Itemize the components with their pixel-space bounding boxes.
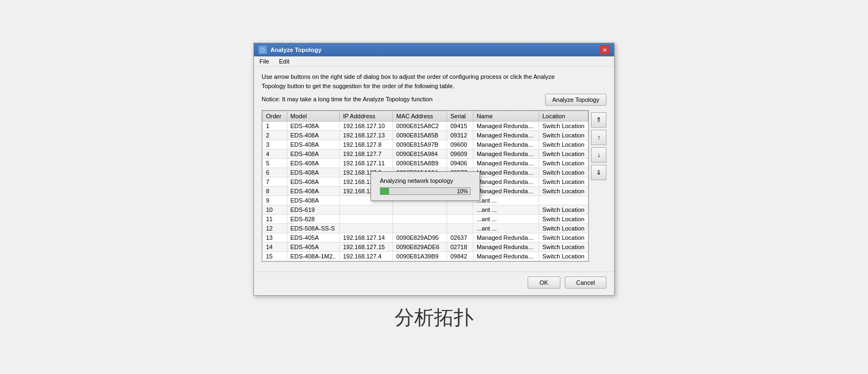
cell-serial: 02718 — [447, 243, 473, 252]
table-row[interactable]: 5EDS-408A192.168.127.110090E815A8B909406… — [263, 159, 588, 168]
cell-order: 8 — [263, 187, 287, 196]
cell-order: 2 — [263, 131, 287, 140]
cell-order: 3 — [263, 140, 287, 149]
cell-name: Managed Redundant ... — [473, 149, 539, 159]
cell-serial — [447, 215, 473, 224]
cell-mac — [393, 215, 447, 224]
cell-order: 13 — [263, 233, 287, 243]
notice-row: Notice: It may take a long time for the … — [262, 94, 606, 106]
cell-model: EDS-508A-SS-S — [287, 224, 339, 233]
cell-name: ...ant ... — [473, 205, 539, 215]
arrow-buttons: ⇑ ↑ ↓ ⇓ — [591, 110, 606, 262]
cell-ip: 192.168.127.8 — [339, 140, 392, 149]
table-row[interactable]: 13EDS-405A192.168.127.140090E829AD950263… — [263, 233, 588, 243]
table-container: Order Model IP Adddress MAC Address Seri… — [262, 110, 589, 262]
cell-model: EDS-408A — [287, 187, 339, 196]
col-header-mac: MAC Address — [393, 111, 447, 122]
col-header-ip: IP Adddress — [339, 111, 392, 122]
cell-name: Managed Redundant ... — [473, 140, 539, 149]
close-button[interactable]: ✕ — [600, 45, 610, 54]
cell-model: EDS-408A-1M2.. — [287, 252, 339, 261]
col-header-location: Location — [539, 111, 588, 122]
table-row[interactable]: 14EDS-405A192.168.127.150090E829ADE60271… — [263, 243, 588, 252]
cell-mac: 0090E829AD95 — [393, 233, 447, 243]
cell-name: Managed Redundant ... — [473, 168, 539, 177]
table-row[interactable]: 3EDS-408A192.168.127.80090E815A97B09600M… — [263, 140, 588, 149]
cell-mac: 0090E815A984 — [393, 149, 447, 159]
cell-order: 4 — [263, 149, 287, 159]
progress-label: Analyzing network topology — [380, 177, 471, 184]
cell-name: Managed Redundant ... — [473, 243, 539, 252]
cell-serial: 09406 — [447, 159, 473, 168]
table-row[interactable]: 1EDS-408A192.168.127.100090E815A8C209415… — [263, 122, 588, 131]
cell-model: EDS-828 — [287, 215, 339, 224]
col-header-name: Name — [473, 111, 539, 122]
cell-serial: 09312 — [447, 131, 473, 140]
cell-serial: 09600 — [447, 140, 473, 149]
menu-file[interactable]: File — [257, 57, 271, 65]
description-line1: Use arrow buttons on the right side of d… — [262, 73, 555, 80]
cell-model: EDS-408A — [287, 122, 339, 131]
cell-mac: 0090E815A8C2 — [393, 122, 447, 131]
cell-ip — [339, 215, 392, 224]
cell-location: Switch Location — [539, 187, 588, 196]
cell-ip — [339, 224, 392, 233]
ok-button[interactable]: OK — [528, 277, 560, 289]
cell-serial — [447, 224, 473, 233]
dialog-icon: ⬡ — [258, 45, 267, 54]
table-header-row: Order Model IP Adddress MAC Address Seri… — [263, 111, 588, 122]
menu-bar: File Edit — [254, 56, 614, 67]
cell-name: ...ant ... — [473, 196, 539, 205]
cancel-button[interactable]: Cancel — [565, 277, 606, 289]
cell-serial — [447, 205, 473, 215]
cell-location: Switch Location — [539, 224, 588, 233]
cell-location: Switch Location — [539, 131, 588, 140]
cell-name: Managed Redundant ... — [473, 252, 539, 261]
move-to-bottom-button[interactable]: ⇓ — [591, 165, 606, 180]
cell-location: Switch Location — [539, 205, 588, 215]
cell-serial: 09415 — [447, 122, 473, 131]
cell-mac: 0090E815A8B9 — [393, 159, 447, 168]
cell-location: Switch Location — [539, 149, 588, 159]
menu-edit[interactable]: Edit — [277, 57, 292, 65]
cell-model: EDS-405A — [287, 243, 339, 252]
analyze-topology-button[interactable]: Analyze Topology — [545, 94, 606, 106]
dialog-title: Analyze Topology — [270, 47, 321, 53]
cell-name: Managed Redundant ... — [473, 159, 539, 168]
table-row[interactable]: 4EDS-408A192.168.127.70090E815A98409609M… — [263, 149, 588, 159]
table-row[interactable]: 10EDS-619...ant ...Switch Location — [263, 205, 588, 215]
cell-serial: 02637 — [447, 233, 473, 243]
cell-name: Managed Redundant ... — [473, 177, 539, 187]
table-row[interactable]: 11EDS-828...ant ...Switch Location — [263, 215, 588, 224]
move-to-top-button[interactable]: ⇑ — [591, 112, 606, 128]
cell-serial: 09609 — [447, 149, 473, 159]
cell-location: Switch Location — [539, 252, 588, 261]
cell-order: 9 — [263, 196, 287, 205]
cell-ip: 192.168.127.15 — [339, 243, 392, 252]
cell-order: 15 — [263, 252, 287, 261]
cell-name: Managed Redundant ... — [473, 122, 539, 131]
cell-name: ...ant ... — [473, 215, 539, 224]
move-up-button[interactable]: ↑ — [591, 130, 606, 145]
cell-model: EDS-408A — [287, 149, 339, 159]
cell-name: Managed Redundant ... — [473, 131, 539, 140]
cell-model: EDS-408A — [287, 159, 339, 168]
cell-order: 5 — [263, 159, 287, 168]
progress-bar: 10% — [380, 187, 471, 195]
progress-overlay: Analyzing network topology 10% — [371, 171, 480, 201]
cell-order: 12 — [263, 224, 287, 233]
cell-location: Switch Location — [539, 177, 588, 187]
table-row[interactable]: 2EDS-408A192.168.127.130090E815A85B09312… — [263, 131, 588, 140]
cell-model: EDS-408A — [287, 168, 339, 177]
cell-name: Managed Redundant ... — [473, 187, 539, 196]
cell-location: Switch Location — [539, 168, 588, 177]
table-row[interactable]: 12EDS-508A-SS-S...ant ...Switch Location — [263, 224, 588, 233]
cell-mac: 0090E815A97B — [393, 140, 447, 149]
move-down-button[interactable]: ↓ — [591, 147, 606, 163]
cell-location: Switch Location — [539, 140, 588, 149]
progress-percent: 10% — [457, 188, 468, 195]
analyze-topology-dialog: ⬡ Analyze Topology ✕ File Edit Use arrow… — [253, 43, 615, 296]
notice-text: Notice: It may take a long time for the … — [262, 94, 432, 102]
cell-order: 14 — [263, 243, 287, 252]
table-row[interactable]: 15EDS-408A-1M2..192.168.127.40090E81A39B… — [263, 252, 588, 261]
